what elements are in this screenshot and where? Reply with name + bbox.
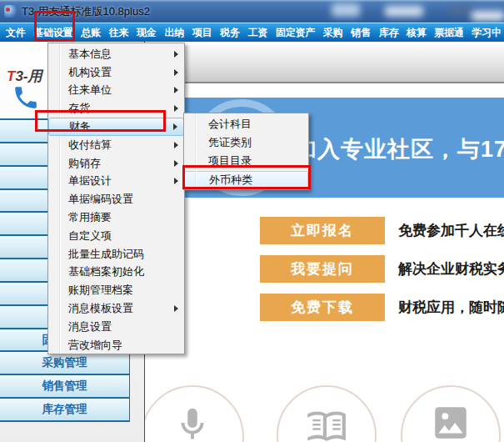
blurred-area: [472, 11, 504, 21]
blurred-area: [448, 5, 473, 16]
menubar-item-6[interactable]: 项目: [188, 23, 216, 42]
dropdown-item-label: 收付结算: [68, 138, 112, 153]
submenu-arrow-icon: [174, 178, 178, 184]
menu-bar: 文件基础设置总账往来现金出纳项目税务工资固定资产采购销售库存核算票据通学习中: [0, 23, 504, 42]
menubar-item-5[interactable]: 出纳: [160, 23, 187, 42]
main-content: 加入专业社区，与1700 立即报名免费参加千人在线我要提问解决企业财税实务免费下…: [145, 42, 504, 442]
dropdown-item-0[interactable]: 基本信息: [48, 45, 184, 63]
menubar-item-12[interactable]: 库存: [375, 23, 402, 42]
sidebar-item-库存管理[interactable]: 库存管理: [0, 399, 130, 422]
dropdown-item-label: 消息设置: [68, 319, 112, 334]
menubar-item-1[interactable]: 基础设置: [29, 23, 77, 42]
submenu-arrow-icon: [174, 51, 178, 58]
submenu-arrow-icon: [174, 305, 178, 312]
submenu-item-1[interactable]: 凭证类别: [184, 133, 308, 152]
menubar-item-0[interactable]: 文件: [2, 23, 29, 42]
dropdown-item-label: 批量生成助记码: [68, 247, 144, 262]
sidebar-item-销售管理[interactable]: 销售管理: [0, 375, 130, 399]
dropdown-item-5[interactable]: 收付结算: [48, 136, 184, 154]
banner-headline: 加入专业社区，与1700: [294, 134, 504, 164]
menubar-item-4[interactable]: 现金: [132, 23, 160, 42]
toolbar-area: [145, 45, 504, 83]
dropdown-item-4[interactable]: 财务: [48, 118, 184, 136]
promo-button-2[interactable]: 免费下载: [260, 294, 385, 321]
dropdown-item-label: 机构设置: [68, 65, 112, 80]
menubar-item-9[interactable]: 固定资产: [272, 23, 319, 42]
dropdown-item-label: 单据编码设置: [68, 192, 133, 207]
image-icon: [430, 402, 472, 442]
dropdown-item-label: 财务: [69, 119, 91, 134]
dropdown-item-label: 基本信息: [68, 47, 112, 62]
feature-circle: [401, 385, 501, 442]
dropdown-item-14[interactable]: 消息模板设置: [48, 299, 184, 318]
dropdown-item-label: 往来单位: [68, 83, 112, 98]
promo-desc-1: 解决企业财税实务: [398, 259, 504, 279]
blurred-area: [385, 6, 423, 17]
submenu-arrow-icon: [174, 105, 178, 112]
promo-button-0[interactable]: 立即报名: [260, 217, 385, 244]
phone-icon: [12, 83, 40, 112]
window-title: T3-用友通标准版10.8plus2: [22, 4, 150, 19]
dropdown-item-label: 购销存: [68, 156, 101, 171]
microphone-icon: [173, 405, 212, 442]
dropdown-item-16[interactable]: 营改增向导: [48, 336, 184, 354]
promo-button-1[interactable]: 我要提问: [260, 255, 385, 283]
menubar-item-2[interactable]: 总账: [77, 23, 104, 42]
dropdown-item-8[interactable]: 单据编码设置: [48, 190, 184, 208]
dropdown-item-label: 常用摘要: [68, 210, 112, 225]
submenu-arrow-icon: [174, 142, 178, 148]
dropdown-item-15[interactable]: 消息设置: [48, 318, 184, 336]
submenu-item-0[interactable]: 会计科目: [184, 115, 308, 133]
dropdown-menu: 基本信息机构设置往来单位存货财务收付结算购销存单据设计单据编码设置常用摘要自定义…: [47, 43, 185, 354]
dropdown-item-7[interactable]: 单据设计: [48, 173, 184, 191]
dropdown-item-11[interactable]: 批量生成助记码: [48, 245, 184, 264]
dropdown-item-label: 存货: [68, 101, 90, 116]
logo-text: 3-用: [15, 68, 42, 84]
submenu-item-2[interactable]: 项目目录: [184, 152, 308, 170]
dropdown-item-label: 营改增向导: [68, 338, 122, 353]
submenu-arrow-icon: [174, 69, 178, 76]
app-window: T3-用友通标准版10.8plus2 文件基础设置总账往来现金出纳项目税务工资固…: [0, 0, 504, 442]
dropdown-item-13[interactable]: 账期管理档案: [48, 281, 184, 299]
menubar-item-14[interactable]: 票据通: [431, 23, 468, 42]
promo-row-1: 我要提问解决企业财税实务: [145, 255, 504, 283]
promo-row-2: 免费下载财税应用，随时随: [145, 294, 504, 321]
submenu-arrow-icon: [174, 87, 178, 93]
menubar-item-7[interactable]: 税务: [216, 23, 243, 42]
submenu-item-3[interactable]: 外币种类: [184, 171, 308, 189]
menubar-item-11[interactable]: 销售: [347, 23, 374, 42]
book-icon: [306, 404, 347, 442]
promo-desc-2: 财税应用，随时随: [398, 298, 504, 317]
app-icon: [4, 5, 17, 18]
dropdown-item-label: 消息模板设置: [68, 301, 133, 316]
dropdown-item-label: 账期管理档案: [68, 283, 133, 298]
logo-letter: T: [7, 68, 15, 84]
menubar-item-13[interactable]: 核算: [402, 23, 430, 42]
dropdown-item-9[interactable]: 常用摘要: [48, 208, 184, 227]
menubar-item-8[interactable]: 工资: [244, 23, 272, 42]
title-bar: T3-用友通标准版10.8plus2: [0, 0, 504, 23]
feature-circle: [141, 385, 244, 442]
dropdown-item-label: 自定义项: [68, 229, 112, 244]
dropdown-item-3[interactable]: 存货: [48, 99, 184, 118]
promo-desc-0: 免费参加千人在线: [398, 221, 504, 240]
blurred-area: [332, 3, 360, 17]
sidebar-item-采购管理[interactable]: 采购管理: [0, 352, 130, 375]
submenu-arrow-icon: [174, 160, 178, 167]
dropdown-item-12[interactable]: 基础档案初始化: [48, 264, 184, 282]
menubar-item-3[interactable]: 往来: [105, 23, 132, 42]
menubar-item-15[interactable]: 学习中: [468, 23, 504, 42]
dropdown-item-1[interactable]: 机构设置: [48, 63, 184, 82]
dropdown-item-label: 单据设计: [68, 173, 112, 188]
dropdown-item-label: 基础档案初始化: [68, 264, 144, 279]
promo-row-0: 立即报名免费参加千人在线: [145, 217, 504, 244]
dropdown-item-10[interactable]: 自定义项: [48, 227, 184, 245]
dropdown-item-2[interactable]: 往来单位: [48, 82, 184, 100]
submenu: 会计科目凭证类别项目目录外币种类: [183, 113, 309, 190]
dropdown-item-6[interactable]: 购销存: [48, 154, 184, 173]
submenu-arrow-icon: [173, 123, 177, 130]
menubar-item-10[interactable]: 采购: [319, 23, 347, 42]
feature-circle: [277, 385, 377, 442]
